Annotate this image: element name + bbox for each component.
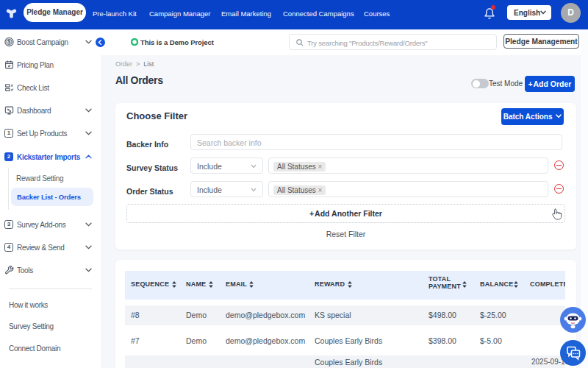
svg-text:$: $ [8,39,11,45]
